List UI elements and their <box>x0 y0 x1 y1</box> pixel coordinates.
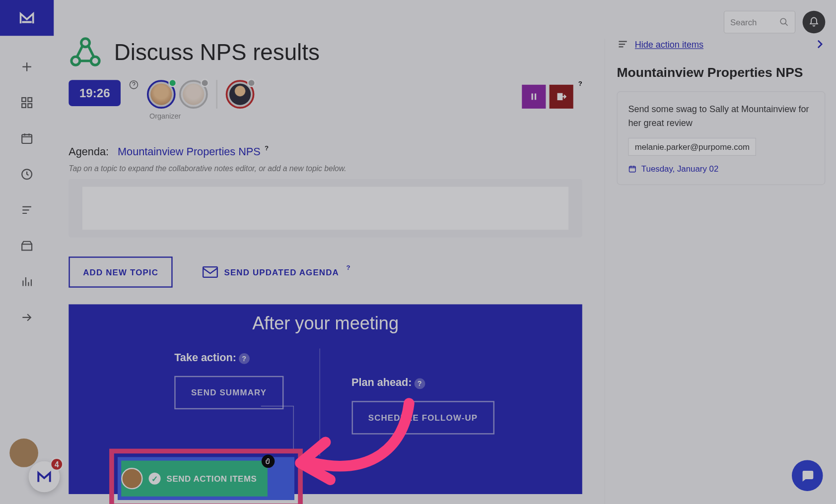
exit-icon <box>556 91 567 102</box>
user-avatar-button[interactable] <box>9 439 38 467</box>
notifications-button[interactable] <box>803 11 826 34</box>
svg-point-10 <box>91 57 99 65</box>
action-item-date[interactable]: Tuesday, January 02 <box>628 164 814 174</box>
after-meeting-panel: After your meeting Take action:? SEND SU… <box>69 304 582 494</box>
list-icon[interactable] <box>20 203 34 217</box>
calendar-icon[interactable] <box>20 131 34 146</box>
send-agenda-button[interactable]: SEND UPDATED AGENDA ? <box>203 266 351 278</box>
participant-2[interactable] <box>179 80 208 109</box>
svg-rect-16 <box>629 166 636 172</box>
avatar-icon <box>121 468 142 489</box>
hide-action-items-link[interactable]: Hide action items <box>635 39 703 49</box>
action-items-panel: Hide action items Mountainview Propertie… <box>604 39 825 504</box>
pause-icon <box>529 92 539 101</box>
grid-icon[interactable] <box>20 95 34 110</box>
action-item-assignee[interactable]: melanie.parker@purpome.com <box>628 138 756 156</box>
status-away-icon <box>201 79 209 87</box>
svg-rect-12 <box>532 93 533 100</box>
check-icon: ✓ <box>149 473 161 485</box>
help-icon[interactable]: ? <box>346 264 350 271</box>
plan-ahead-label: Plan ahead:? <box>351 377 425 389</box>
attachment-badge-icon <box>262 455 275 468</box>
send-action-items-button[interactable]: ✓ SEND ACTION ITEMS <box>121 461 268 497</box>
svg-rect-4 <box>22 134 32 143</box>
chat-support-button[interactable] <box>792 460 823 491</box>
app-logo[interactable] <box>0 0 54 36</box>
action-item-card[interactable]: Send some swag to Sally at Mountainview … <box>617 91 826 185</box>
svg-rect-3 <box>28 104 32 108</box>
add-icon[interactable] <box>20 60 34 74</box>
portal-button[interactable]: 4 <box>29 461 60 493</box>
help-icon[interactable]: ? <box>578 80 582 87</box>
main-content: Discuss NPS results 19:26 <box>69 36 582 494</box>
chart-icon[interactable] <box>20 274 34 289</box>
agenda-topic-link[interactable]: Mountainview Properties NPS <box>118 145 261 157</box>
action-items-title: Mountainview Properties NPS <box>617 65 826 80</box>
schedule-followup-button[interactable]: SCHEDULE FOLLOW-UP <box>351 401 494 434</box>
action-item-text: Send some swag to Sally at Mountainview … <box>628 103 814 129</box>
svg-rect-2 <box>22 104 26 108</box>
take-action-label: Take action:? <box>174 351 249 364</box>
help-icon[interactable]: ? <box>414 378 425 389</box>
chevron-right-icon[interactable] <box>815 39 826 50</box>
participant-divider <box>216 80 217 109</box>
svg-rect-0 <box>22 98 26 102</box>
organizer-label: Organizer <box>149 112 255 121</box>
participant-3[interactable] <box>226 80 255 109</box>
status-away-icon <box>247 79 256 87</box>
help-icon[interactable]: ? <box>265 144 269 151</box>
calendar-icon <box>628 165 636 173</box>
svg-rect-6 <box>22 244 32 250</box>
clock-icon[interactable] <box>20 167 34 182</box>
app-logo-icon <box>36 469 52 484</box>
page-title: Discuss NPS results <box>114 40 320 65</box>
end-meeting-button[interactable] <box>550 85 573 109</box>
agenda-hint: Tap on a topic to expand the collaborati… <box>69 164 582 173</box>
chat-icon <box>800 468 815 483</box>
envelope-icon <box>203 266 218 278</box>
after-meeting-heading: After your meeting <box>80 314 570 334</box>
svg-point-7 <box>780 18 786 24</box>
share-nodes-icon <box>69 36 102 69</box>
svg-rect-13 <box>535 93 536 100</box>
participant-organizer[interactable] <box>147 80 176 109</box>
svg-rect-1 <box>28 98 32 102</box>
arrow-right-icon[interactable] <box>20 310 34 324</box>
topbar: Search <box>724 11 825 34</box>
search-placeholder: Search <box>730 17 757 27</box>
portal-notification-badge: 4 <box>50 458 63 471</box>
add-topic-button[interactable]: ADD NEW TOPIC <box>69 256 173 288</box>
send-agenda-label: SEND UPDATED AGENDA <box>224 267 339 277</box>
pause-button[interactable] <box>522 85 546 109</box>
connector-line <box>261 406 294 453</box>
participants <box>147 80 255 109</box>
meeting-timer[interactable]: 19:26 <box>69 80 121 106</box>
status-online-icon <box>168 79 177 87</box>
help-icon[interactable]: ? <box>239 353 250 364</box>
agenda-label: Agenda: <box>69 145 109 157</box>
svg-rect-15 <box>203 267 217 277</box>
tutorial-highlight: ✓ SEND ACTION ITEMS <box>109 449 303 504</box>
search-input[interactable]: Search <box>724 11 795 34</box>
sidebar-nav <box>0 0 54 504</box>
bell-icon <box>809 17 820 28</box>
archive-icon[interactable] <box>20 239 34 253</box>
notes-editor[interactable] <box>69 179 582 238</box>
send-action-items-label: SEND ACTION ITEMS <box>167 474 257 483</box>
help-icon[interactable] <box>129 80 139 89</box>
search-icon <box>779 17 789 27</box>
send-summary-button[interactable]: SEND SUMMARY <box>174 376 283 409</box>
svg-point-9 <box>71 57 80 65</box>
list-icon <box>617 39 629 50</box>
